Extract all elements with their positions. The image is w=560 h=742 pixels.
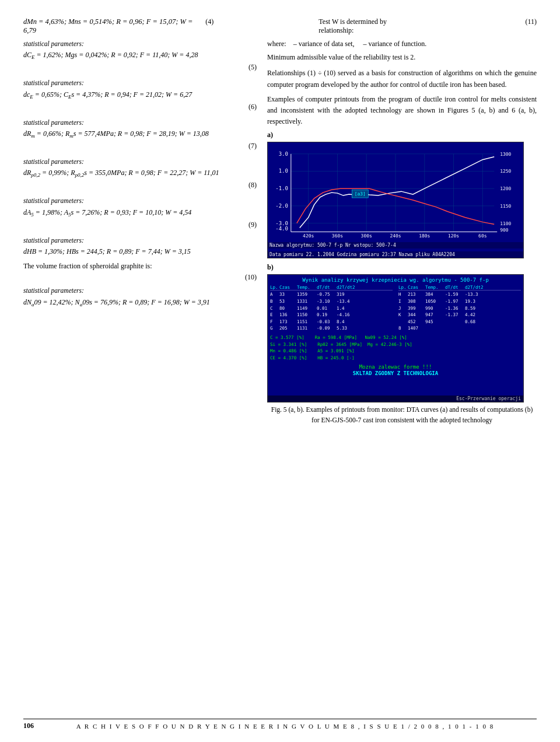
footer: 106 A R C H I V E S o f F O U N D R Y E …: [23, 719, 537, 730]
stat-block-4: statistical parameters: dRp0,2 = 0,99%; …: [23, 156, 257, 191]
stat2-label: statistical parameters:: [23, 78, 257, 88]
table-row: F1731151-0.038.4: [270, 318, 393, 326]
table-row: 4529450.68: [398, 318, 521, 326]
stat5-text: dA5 = 1,98%; A5s = 7,26%; R = 0,93; F = …: [23, 207, 257, 219]
stat6-text: dHB = 1,30%; HBs = 244,5; R = 0,89; F = …: [23, 246, 257, 257]
param-row: CE = 4.370 [%] HB = 245.0 [-]: [270, 355, 521, 362]
eq11-label-text: Test W is determined by relationship:: [318, 18, 420, 35]
svg-text:300s: 300s: [361, 234, 372, 239]
stat-block-2: statistical parameters: dcE = 0,65%; CEs…: [23, 78, 257, 112]
stat-block-1: statistical parameters: dCE = 1,62%; Mgs…: [23, 38, 257, 73]
svg-text:1200: 1200: [500, 187, 511, 192]
figure-b-area: b) Wynik analizy krzywej krzepniecia wg.…: [267, 263, 537, 402]
svg-text:[a3]: [a3]: [355, 191, 366, 197]
svg-text:-4.0: -4.0: [275, 226, 288, 232]
main-content: statistical parameters: dCE = 1,62%; Mgs…: [23, 38, 537, 713]
table-row: G2051131-0.095.33: [270, 325, 393, 332]
table-left-header: Lp. Czas Temp. dT/dt d2T/dt2: [270, 285, 393, 290]
stat1-text: dCE = 1,62%; Mgs = 0,042%; R = 0,92; F =…: [23, 50, 257, 62]
fig-a-image: 3.0 1.0 -1.0 -2.0 -3.0 420s 360s 300s 24…: [267, 142, 524, 258]
svg-text:-1.0: -1.0: [275, 186, 288, 192]
svg-text:1250: 1250: [500, 169, 511, 174]
figure-a-area: a): [267, 131, 537, 258]
param-row: C = 3.577 [%] Ra = 598.4 [MPa] Na09 = 52…: [270, 334, 521, 341]
stat5-label: statistical parameters:: [23, 195, 257, 206]
right-column: where: – variance of data set, – varianc…: [267, 38, 537, 713]
table-row: H213384-1.59-13.3: [398, 291, 521, 298]
svg-text:1300: 1300: [500, 152, 511, 157]
pour-result-text: SKLTAD ZGODNY Z TECHNOLOGIA: [270, 370, 521, 376]
svg-text:1150: 1150: [500, 204, 511, 209]
dta-chart-svg: 3.0 1.0 -1.0 -2.0 -3.0 420s 360s 300s 24…: [268, 142, 523, 258]
top-formula: dMn = 4,63%; Mns = 0,514%; R = 0,96; F =…: [23, 18, 205, 35]
stat4-text: dRp0,2 = 0,99%; Rp0,2s = 355,0MPa; R = 0…: [23, 167, 257, 180]
eq-numbers-top: (4) Test W is determined by relationship…: [205, 18, 537, 35]
svg-text:420s: 420s: [303, 234, 314, 239]
svg-text:1.0: 1.0: [279, 169, 288, 174]
stat-block-7: statistical parameters: dNa09 = 12,42%; …: [23, 285, 257, 309]
chart-title-line2: Data pomiaru 22. 1.2004 Godzina pomiaru …: [268, 251, 523, 258]
chart-title-line1: Nazwa algorytmu: 500-7 f-p Nr wstopu: 50…: [268, 242, 523, 249]
stat4-label: statistical parameters:: [23, 156, 257, 167]
eq7-number: (7): [23, 141, 257, 152]
fig-b-header: Wynik analizy krzywej krzepniecia wg. al…: [270, 277, 521, 283]
can-pour-text: Mozna zalewac forme !!!: [270, 364, 521, 370]
table-row: I3081050-1.9719.3: [398, 298, 521, 305]
eq11-number: (11): [525, 18, 537, 35]
svg-text:60s: 60s: [478, 234, 487, 239]
data-table-right: Lp. Czas Temp. dT/dt d2T/dt2 H213384-1.5…: [398, 285, 521, 332]
stat2-text: dcE = 0,65%; CEs = 4,37%; R = 0,94; F = …: [23, 89, 257, 102]
eq9-number: (9): [23, 219, 257, 230]
stat6-label: statistical parameters:: [23, 235, 257, 246]
eq10-number: (10): [23, 273, 257, 282]
table-row: J399990-1.368.59: [398, 305, 521, 312]
svg-text:900: 900: [500, 228, 509, 233]
stat-block-6: statistical parameters: dHB = 1,30%; HBs…: [23, 235, 257, 258]
eq6-number: (6): [23, 102, 257, 113]
table-row: A331359-0.75319: [270, 291, 393, 298]
table-row: E13611500.19-4.16: [270, 312, 393, 318]
stat7-label: statistical parameters:: [23, 285, 257, 296]
page: dMn = 4,63%; Mns = 0,514%; R = 0,96; F =…: [0, 0, 560, 742]
chart-title2-text: Data pomiaru 22. 1.2004 Godzina pomiaru …: [270, 252, 455, 257]
param-row: Mn = 0.486 [%] A5 = 3.091 [%]: [270, 348, 521, 355]
fig-b-label: b): [267, 263, 537, 272]
stat-block-5: statistical parameters: dA5 = 1,98%; A5s…: [23, 195, 257, 230]
svg-text:360s: 360s: [332, 234, 343, 239]
table-row: K344947-1.374.42: [398, 312, 521, 318]
eq8-number: (8): [23, 180, 257, 191]
svg-text:1100: 1100: [500, 221, 511, 226]
fig-caption: Fig. 5 (a, b). Examples of printouts fro…: [267, 405, 537, 425]
fig-b-image: Wynik analizy krzywej krzepniecia wg. al…: [267, 274, 524, 402]
svg-text:3.0: 3.0: [279, 151, 288, 157]
stat7-text: dNa09 = 12,42%; Na09s = 76,9%; R = 0,89;…: [23, 297, 257, 309]
params-section: C = 3.577 [%] Ra = 598.4 [MPa] Na09 = 52…: [270, 334, 521, 362]
stat1-label: statistical parameters:: [23, 38, 257, 49]
table-right-data: H213384-1.59-13.3 I3081050-1.9719.3 J399…: [398, 291, 521, 332]
stat3-label: statistical parameters:: [23, 117, 257, 128]
table-right-header: Lp. Czas Temp. dT/dt d2T/dt2: [398, 285, 521, 290]
svg-text:120s: 120s: [448, 234, 459, 239]
svg-text:240s: 240s: [390, 234, 401, 239]
esc-bar-b: Esc-Przerwanie operacji: [268, 396, 523, 402]
eq5-number: (5): [23, 62, 257, 73]
footer-journal-text: A R C H I V E S o f F O U N D R Y E N G …: [34, 723, 537, 730]
paragraph2: Examples of computer printouts from the …: [267, 94, 537, 128]
formula1-text: dMn = 4,63%; Mns = 0,514%; R = 0,96; F =…: [23, 18, 192, 34]
footer-page-number: 106: [23, 722, 34, 730]
paragraph1: Relationships (1) ÷ (10) served as a bas…: [267, 68, 537, 90]
eq4-label: (4): [205, 18, 214, 35]
svg-text:-2.0: -2.0: [275, 203, 288, 209]
table-left-data: A331359-0.75319 B531331-3.10-13.4 C80114…: [270, 291, 393, 332]
stat3-text: dRm = 0,66%; Rms = 577,4MPa; R = 0,98; F…: [23, 128, 257, 141]
table-row: 81407: [398, 325, 521, 332]
table-row: C8011490.011.4: [270, 305, 393, 312]
min-admissible: Minimum admissible value of the reliabil…: [267, 52, 537, 63]
svg-text:180s: 180s: [419, 234, 430, 239]
fig-a-label: a): [267, 131, 537, 139]
data-tables-container: Lp. Czas Temp. dT/dt d2T/dt2 A331359-0.7…: [270, 285, 521, 332]
where-line: where: – variance of data set, – varianc…: [267, 38, 537, 50]
left-column: statistical parameters: dCE = 1,62%; Mgs…: [23, 38, 257, 713]
top-formula-row: dMn = 4,63%; Mns = 0,514%; R = 0,96; F =…: [23, 18, 537, 35]
data-table-left: Lp. Czas Temp. dT/dt d2T/dt2 A331359-0.7…: [270, 285, 393, 332]
